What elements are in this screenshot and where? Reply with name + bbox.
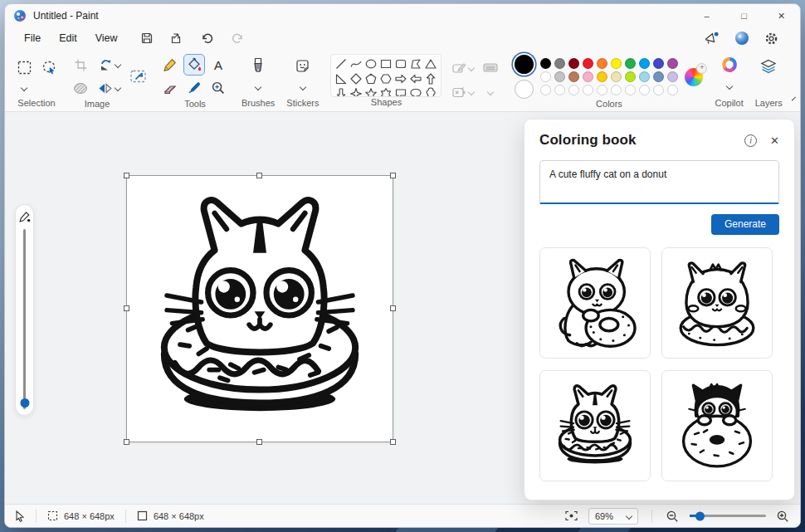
- zoom-slider-thumb[interactable]: [695, 511, 705, 520]
- rotate-button[interactable]: [94, 58, 124, 72]
- panel-close-icon[interactable]: ✕: [770, 134, 779, 147]
- diamond-shape-icon[interactable]: [349, 72, 363, 85]
- generated-thumbnail-4[interactable]: [661, 370, 773, 481]
- cloud-callout-shape-icon[interactable]: [424, 87, 437, 97]
- primary-color-swatch[interactable]: [515, 55, 534, 74]
- generated-thumbnail-1[interactable]: [539, 247, 651, 359]
- arrow-right-shape-icon[interactable]: [394, 72, 407, 85]
- secondary-color-swatch[interactable]: [515, 80, 534, 99]
- selection-handle-n[interactable]: [256, 173, 262, 178]
- chevron-down-icon[interactable]: [300, 83, 306, 90]
- chevron-down-icon[interactable]: [255, 83, 261, 90]
- triangle-shape-icon[interactable]: [424, 57, 437, 71]
- generated-thumbnail-3[interactable]: [539, 370, 651, 481]
- zoom-in-icon[interactable]: [776, 510, 790, 523]
- slider-track[interactable]: [23, 229, 26, 409]
- slider-thumb[interactable]: [20, 398, 29, 408]
- edit-colors-wheel-icon[interactable]: [685, 68, 703, 86]
- chevron-down-icon[interactable]: [21, 84, 27, 90]
- zoom-level-dropdown[interactable]: 69%: [588, 508, 638, 525]
- color-swatch-1-5[interactable]: [611, 58, 622, 69]
- generate-button[interactable]: Generate: [711, 214, 779, 235]
- selection-handle-s[interactable]: [256, 439, 262, 445]
- color-swatch-2-3[interactable]: [583, 71, 593, 82]
- zoom-out-icon[interactable]: [666, 510, 680, 523]
- resize-image-icon[interactable]: [129, 66, 149, 86]
- custom-color-slot-7[interactable]: [639, 85, 650, 95]
- arrow-left-shape-icon[interactable]: [409, 72, 422, 85]
- maximize-button[interactable]: □: [725, 4, 763, 27]
- custom-color-slot-3[interactable]: [583, 85, 593, 95]
- color-swatch-2-7[interactable]: [639, 71, 650, 82]
- custom-color-slot-1[interactable]: [554, 85, 565, 95]
- fill-bucket-icon[interactable]: [184, 55, 204, 75]
- chevron-down-icon[interactable]: [114, 85, 120, 91]
- share-icon[interactable]: [170, 32, 183, 45]
- color-swatch-1-0[interactable]: [540, 58, 551, 69]
- selection-handle-w[interactable]: [124, 305, 129, 311]
- feedback-icon[interactable]: [704, 32, 720, 46]
- curve-shape-icon[interactable]: [349, 57, 363, 71]
- hexagon-shape-icon[interactable]: [379, 72, 393, 85]
- right-triangle-shape-icon[interactable]: [334, 72, 348, 85]
- color-swatch-1-7[interactable]: [639, 58, 650, 69]
- menu-edit[interactable]: Edit: [50, 30, 86, 46]
- rectangle-select-icon[interactable]: [14, 57, 34, 77]
- layers-icon[interactable]: [759, 56, 778, 76]
- rectangle-shape-icon[interactable]: [379, 57, 393, 71]
- chevron-down-icon[interactable]: [725, 83, 732, 90]
- polygon-shape-icon[interactable]: [409, 57, 422, 71]
- color-swatch-1-3[interactable]: [583, 58, 593, 69]
- flip-button[interactable]: [94, 82, 124, 95]
- color-swatch-2-8[interactable]: [653, 71, 664, 82]
- menu-file[interactable]: File: [15, 30, 50, 46]
- copilot-icon[interactable]: [720, 55, 739, 75]
- rounded-rectangle-shape-icon[interactable]: [394, 57, 407, 71]
- prompt-input[interactable]: A cute fluffy cat on a donut: [539, 160, 779, 204]
- five-point-star-shape-icon[interactable]: [364, 87, 378, 97]
- color-swatch-2-4[interactable]: [597, 71, 607, 82]
- account-avatar[interactable]: [734, 31, 749, 46]
- settings-gear-icon[interactable]: [764, 32, 778, 46]
- selection-handle-sw[interactable]: [124, 439, 129, 445]
- custom-color-slot-5[interactable]: [611, 85, 622, 95]
- selection-handle-se[interactable]: [390, 439, 396, 445]
- pentagon-shape-icon[interactable]: [364, 72, 378, 85]
- selection-handle-ne[interactable]: [390, 173, 396, 178]
- selection-handle-e[interactable]: [390, 305, 396, 311]
- custom-color-slot-4[interactable]: [597, 85, 607, 95]
- collapse-ribbon-chevron-icon[interactable]: [792, 97, 796, 101]
- color-swatch-1-9[interactable]: [667, 58, 678, 69]
- custom-color-slot-0[interactable]: [540, 85, 551, 95]
- custom-color-slot-9[interactable]: [667, 85, 678, 95]
- four-point-star-shape-icon[interactable]: [349, 87, 363, 97]
- text-icon[interactable]: A: [208, 55, 228, 75]
- magnifier-icon[interactable]: [208, 78, 228, 98]
- color-swatch-2-6[interactable]: [625, 71, 636, 82]
- menu-view[interactable]: View: [86, 30, 127, 46]
- canvas[interactable]: [127, 176, 393, 442]
- color-swatch-2-2[interactable]: [568, 71, 579, 82]
- six-point-star-shape-icon[interactable]: [379, 87, 393, 97]
- arrow-down-shape-icon[interactable]: [334, 87, 348, 97]
- color-swatch-1-2[interactable]: [568, 58, 579, 69]
- sticker-icon[interactable]: [293, 56, 313, 76]
- zoom-slider[interactable]: [690, 515, 766, 517]
- color-swatch-2-0[interactable]: [540, 71, 551, 82]
- color-swatch-1-1[interactable]: [554, 58, 565, 69]
- chevron-down-icon[interactable]: [114, 61, 120, 68]
- generated-thumbnail-2[interactable]: [661, 247, 773, 359]
- color-picker-icon[interactable]: [184, 78, 204, 98]
- brush-size-slider[interactable]: [15, 204, 34, 416]
- color-swatch-2-9[interactable]: [667, 71, 678, 82]
- color-swatch-2-1[interactable]: [554, 71, 565, 82]
- color-swatch-2-5[interactable]: [611, 71, 622, 82]
- custom-color-slot-2[interactable]: [568, 85, 579, 95]
- oval-callout-shape-icon[interactable]: [409, 87, 422, 97]
- custom-color-slot-6[interactable]: [625, 85, 636, 95]
- selection-handle-nw[interactable]: [124, 173, 129, 178]
- free-form-select-icon[interactable]: [39, 57, 59, 77]
- arrow-up-shape-icon[interactable]: [424, 72, 437, 85]
- color-swatch-1-4[interactable]: [597, 58, 607, 69]
- undo-icon[interactable]: [200, 32, 214, 45]
